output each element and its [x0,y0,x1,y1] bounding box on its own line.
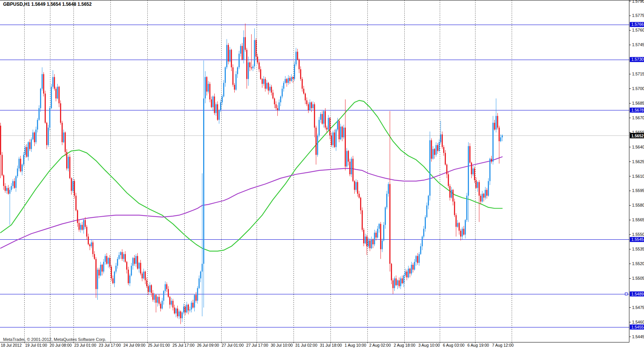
candle-down [463,229,464,235]
level-price-badge-label: 1.5455 [631,325,644,329]
candle-up [488,181,489,196]
candle-down [483,194,484,198]
candle-down [160,304,161,309]
candle-up [428,196,429,205]
price-tick-label: 1.5700 [632,86,644,91]
candle-down [395,278,397,285]
candle-up [423,229,424,237]
time-axis-label: 23 Jul 01:00 [74,343,96,347]
candle-up [52,77,53,87]
candle-up [162,301,163,309]
candle-down [78,223,80,230]
candle-up [294,64,295,79]
candle-up [165,284,166,291]
candle-down [211,99,212,107]
candle-down [246,50,247,79]
price-tick-label: 1.5760 [632,28,644,32]
candle-up [199,278,200,288]
candle-up [17,169,18,176]
candle-down [128,270,129,283]
candle-up [337,121,338,130]
candle-up [415,256,417,262]
price-tick-label: 1.5460 [632,320,644,324]
time-axis-label: 27 Jul 01:00 [222,343,244,347]
candle-down [445,153,446,164]
candle-up [489,159,491,181]
candle-up [279,102,280,110]
time-axis-label: 24 Jul 09:00 [123,343,145,347]
candle-down [122,252,123,259]
candle-up [154,295,155,300]
candle-up [254,40,255,66]
candle-up [31,139,32,149]
candle-up [328,118,329,129]
candle-down [112,278,113,283]
time-axis-label: 2 Aug 02:00 [369,343,391,347]
candle-down [491,159,492,162]
candle-up [63,132,64,142]
candle-down [475,180,477,188]
candle-up [248,62,249,79]
candle-up [411,265,412,274]
candle-up [451,190,452,197]
price-tick-label: 1.5445 [632,334,644,339]
candle-up [120,252,121,255]
candle-down [260,69,261,79]
candle-down [474,169,475,180]
candle-down [89,244,90,246]
candle-up [135,256,137,264]
price-tick-label: 1.5475 [632,305,644,310]
candle-down [391,264,392,281]
candle-up [97,270,98,289]
candle-up [49,108,50,128]
candle-down [60,103,61,123]
candle-up [435,145,437,155]
level-drag-handle[interactable] [625,293,627,295]
price-chart-svg[interactable]: 1.57901.57751.57601.57451.57151.57001.56… [0,0,644,349]
candle-up [11,186,12,190]
candle-down [3,175,4,186]
candle-down [302,79,303,89]
candle-up [379,224,380,229]
candle-up [105,256,106,262]
price-tick-label: 1.5595 [632,188,644,193]
candle-down [94,254,95,259]
candle-up [429,140,430,196]
candle-down [314,104,315,128]
candle-down [214,97,215,113]
candle-up [397,281,398,286]
candle-up [38,108,40,120]
candle-up [485,190,486,197]
candle-down [303,89,304,94]
candle-down [257,57,258,62]
candle-down [265,79,266,89]
candle-down [454,202,455,215]
candle-down [359,194,360,198]
candle-up [131,266,132,276]
candle-down [362,210,363,230]
candle-down [448,174,449,186]
candle-up [72,181,73,191]
candle-up [32,132,33,139]
candle-down [234,85,235,90]
candle-up [132,258,133,266]
candle-down [109,258,110,267]
candle-up [115,266,117,272]
candle-down [46,123,47,145]
candle-down [195,295,197,301]
candle-up [6,188,7,191]
candle-down [185,307,186,312]
candle-up [496,116,497,129]
candle-down [409,269,410,274]
candle-up [400,278,401,286]
candle-up [319,120,320,135]
candle-down [177,309,178,316]
candle-down [363,230,364,243]
level-price-badge-label: 1.5489 [631,292,644,296]
candle-down [69,157,70,178]
candle-up [229,50,230,61]
candle-down [375,233,377,238]
candle-up [239,54,240,67]
candle-down [242,46,243,59]
candle-up [100,265,101,276]
